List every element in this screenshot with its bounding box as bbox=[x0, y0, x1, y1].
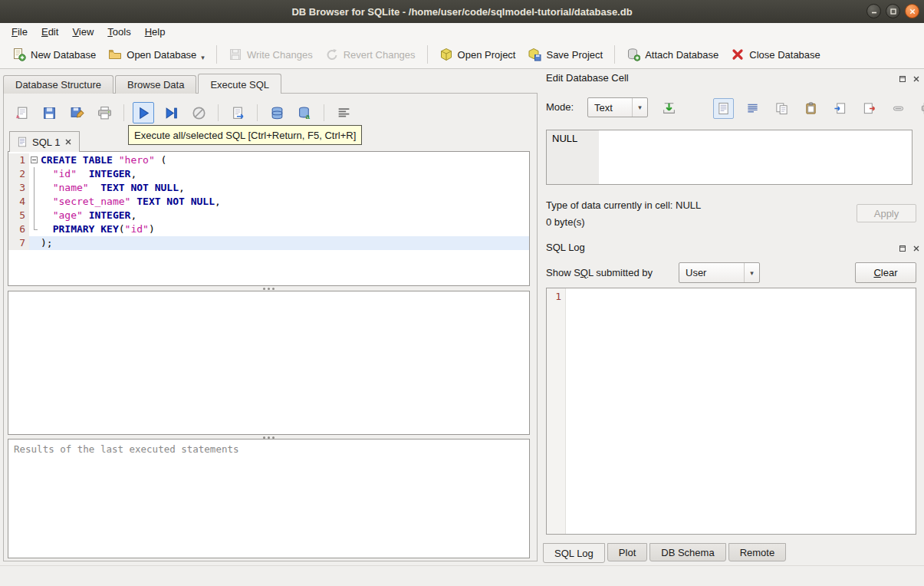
sql-editor-toolbar: a bbox=[11, 100, 354, 125]
line-number: 5 bbox=[8, 209, 29, 222]
open-database-icon bbox=[108, 48, 122, 61]
save-project-button[interactable]: Save Project bbox=[521, 44, 609, 65]
open-project-button[interactable]: Open Project bbox=[433, 44, 522, 65]
minimize-button[interactable] bbox=[866, 4, 881, 18]
fold-margin bbox=[29, 209, 41, 222]
attach-database-button[interactable]: Attach Database bbox=[620, 44, 725, 65]
close-tab-icon[interactable] bbox=[64, 138, 72, 146]
close-database-button[interactable]: Close Database bbox=[725, 44, 827, 65]
code-text: "name" TEXT NOT NULL, bbox=[41, 181, 529, 195]
code-line[interactable]: 5 "age" INTEGER, bbox=[8, 209, 529, 222]
menu-tools[interactable]: Tools bbox=[100, 24, 137, 40]
dock-tab-sql-log[interactable]: SQL Log bbox=[543, 543, 605, 563]
menu-help[interactable]: Help bbox=[138, 24, 173, 40]
clear-log-button[interactable]: Clear bbox=[855, 262, 916, 283]
write-changes-icon bbox=[229, 48, 242, 61]
dock-tab-remote[interactable]: Remote bbox=[728, 543, 787, 561]
menu-edit[interactable]: Edit bbox=[35, 24, 65, 40]
fold-margin bbox=[29, 236, 41, 250]
code-text: PRIMARY KEY("id") bbox=[41, 222, 529, 236]
close-dock-icon[interactable] bbox=[911, 74, 921, 84]
sql-editor-tab[interactable]: SQL 1 bbox=[9, 131, 80, 152]
menu-file[interactable]: File bbox=[5, 24, 35, 40]
log-filter-select[interactable]: User ▾ bbox=[679, 262, 760, 283]
paste-cell-icon[interactable] bbox=[801, 98, 821, 119]
format-sql-icon[interactable] bbox=[333, 102, 354, 123]
float-dock-icon[interactable] bbox=[897, 74, 907, 84]
minimize-icon bbox=[870, 8, 878, 15]
fold-margin bbox=[29, 167, 41, 181]
sql-log-view[interactable]: 1 bbox=[546, 288, 916, 535]
fold-collapse-icon[interactable] bbox=[29, 153, 41, 167]
code-text: "age" INTEGER, bbox=[41, 209, 529, 222]
float-dock-icon[interactable] bbox=[897, 243, 907, 253]
code-line[interactable]: 4 "secret_name" TEXT NOT NULL, bbox=[8, 195, 529, 209]
results-message-area: Results of the last executed statements bbox=[8, 439, 530, 558]
execute-current-line-icon[interactable] bbox=[160, 102, 182, 123]
save-sql-as-icon[interactable] bbox=[66, 102, 87, 123]
dock-tab-plot[interactable]: Plot bbox=[607, 543, 647, 561]
tab-browse-data[interactable]: Browse Data bbox=[115, 75, 196, 94]
chevron-down-icon: ▾ bbox=[632, 98, 647, 117]
code-line[interactable]: 1CREATE TABLE "hero" ( bbox=[8, 153, 529, 167]
write-changes-button: Write Changes bbox=[222, 44, 319, 65]
import-cell-data-icon[interactable] bbox=[830, 98, 850, 119]
maximize-button[interactable] bbox=[886, 4, 900, 18]
mode-select[interactable]: Text ▾ bbox=[587, 97, 648, 117]
menu-view[interactable]: View bbox=[65, 24, 100, 40]
dock-tab-db-schema[interactable]: DB Schema bbox=[649, 543, 725, 561]
attach-database-icon bbox=[626, 48, 640, 61]
sql-log-title: SQL Log bbox=[546, 242, 585, 253]
code-text: ); bbox=[41, 236, 529, 250]
execute-all-icon[interactable] bbox=[133, 102, 154, 123]
main-toolbar: New DatabaseOpen Database▾Write ChangesR… bbox=[0, 41, 924, 69]
line-number: 1 bbox=[8, 153, 29, 167]
sql-file-icon bbox=[17, 137, 28, 147]
toolbar-separator bbox=[257, 104, 258, 121]
sql-code-editor[interactable]: 1CREATE TABLE "hero" (2 "id" INTEGER,3 "… bbox=[8, 151, 530, 286]
log-filter-value: User bbox=[686, 267, 706, 278]
line-number: 6 bbox=[8, 222, 29, 236]
cell-size-info: 0 byte(s) bbox=[546, 216, 585, 228]
chevron-down-icon[interactable]: ▾ bbox=[201, 54, 205, 61]
cell-value-editor[interactable]: NULL bbox=[546, 130, 912, 185]
close-dock-icon[interactable] bbox=[911, 243, 921, 253]
revert-changes-button: Revert Changes bbox=[319, 44, 422, 65]
print-sql-icon[interactable] bbox=[94, 102, 115, 123]
mode-label: Mode: bbox=[546, 101, 574, 113]
import-cell-file-button[interactable] bbox=[657, 97, 680, 118]
fold-margin bbox=[29, 181, 41, 195]
copy-cell-icon[interactable] bbox=[771, 98, 792, 119]
fold-margin bbox=[29, 195, 41, 209]
new-database-button[interactable]: New Database bbox=[6, 44, 102, 65]
text-mode-icon[interactable] bbox=[713, 98, 734, 119]
tab-execute-sql[interactable]: Execute SQL bbox=[198, 74, 281, 94]
toolbar-separator bbox=[614, 45, 615, 64]
status-bar: UTF-8 bbox=[0, 565, 924, 586]
open-database-button[interactable]: Open Database▾ bbox=[102, 44, 211, 65]
new-database-icon bbox=[12, 48, 26, 61]
save-sql-file-icon[interactable] bbox=[38, 102, 60, 123]
code-line[interactable]: 7); bbox=[8, 236, 529, 250]
open-sql-file-icon[interactable] bbox=[11, 102, 32, 123]
save-results-view-icon[interactable] bbox=[266, 102, 288, 123]
code-line[interactable]: 3 "name" TEXT NOT NULL, bbox=[8, 181, 529, 195]
code-text: "id" INTEGER, bbox=[41, 167, 529, 181]
cell-value: NULL bbox=[547, 130, 599, 184]
code-line[interactable]: 6 PRIMARY KEY("id") bbox=[8, 222, 529, 236]
rtf-mode-icon[interactable] bbox=[742, 98, 763, 119]
revert-changes-icon bbox=[325, 48, 339, 61]
print-cell-icon[interactable] bbox=[917, 98, 924, 119]
set-null-icon[interactable] bbox=[888, 98, 909, 119]
new-database-label: New Database bbox=[31, 49, 96, 61]
line-number: 4 bbox=[8, 195, 29, 209]
tab-database-structure[interactable]: Database Structure bbox=[3, 75, 113, 94]
dock-tab-bar: SQL LogPlotDB SchemaRemote bbox=[543, 543, 788, 564]
code-line[interactable]: 2 "id" INTEGER, bbox=[8, 167, 529, 181]
find-in-sql-icon[interactable]: a bbox=[294, 102, 315, 123]
export-cell-data-icon[interactable] bbox=[859, 98, 880, 119]
export-results-icon[interactable] bbox=[227, 102, 248, 123]
menubar: FileEditViewToolsHelp bbox=[0, 23, 924, 41]
close-button[interactable] bbox=[905, 4, 919, 18]
code-text: CREATE TABLE "hero" ( bbox=[41, 153, 529, 167]
